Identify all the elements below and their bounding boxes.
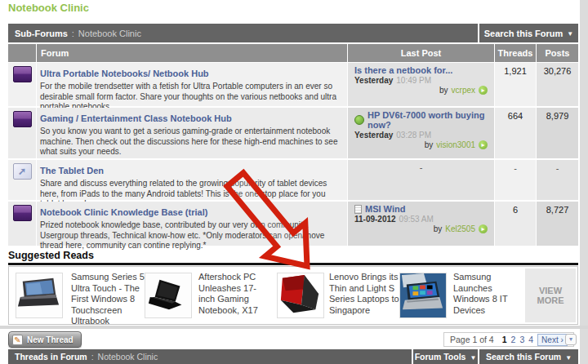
page-link-2[interactable]: 2	[511, 335, 516, 344]
suggested-thumb-lenovo-s-series[interactable]	[277, 273, 324, 318]
last-post-cell: HP DV6t-7000 worth buying now? Yesterday…	[348, 108, 494, 158]
forum-link[interactable]: Ultra Portable Notebooks/ Netbook Hub	[40, 69, 209, 78]
forum-row-icon-cell	[8, 202, 36, 246]
posts-count: 8,727	[537, 202, 578, 246]
suggested-read-link[interactable]: Lenovo Brings its Thin and Light S Serie…	[329, 272, 411, 316]
suggested-thumb-samsung-series5[interactable]	[16, 273, 63, 318]
suggested-read-link[interactable]: Aftershock PC Unleashes 17-inch Gaming N…	[198, 272, 272, 316]
forum-icon	[13, 66, 32, 82]
post-page-icon	[354, 205, 362, 214]
header-forum: Forum	[37, 44, 347, 62]
last-post-link[interactable]: MSI Wind	[365, 204, 405, 214]
suggested-reads-rule	[8, 263, 578, 265]
last-post-time: 09:53 AM	[399, 215, 434, 224]
forum-description: Prized notebook knowledge base, contribu…	[40, 220, 339, 251]
by-label: by	[425, 140, 434, 149]
posts-count: -	[537, 160, 578, 200]
subforums-separator: :	[72, 29, 74, 38]
by-label: by	[434, 224, 443, 233]
threads-in-forum-separator: :	[91, 352, 94, 362]
forum-link[interactable]: Notebook Clinic Knowledge Base (trial)	[40, 207, 207, 217]
dropdown-arrow-icon: ▼	[470, 354, 476, 362]
last-post-link[interactable]: HP DV6t-7000 worth buying now?	[368, 110, 488, 130]
threads-count: -	[495, 160, 536, 200]
by-label: by	[439, 86, 448, 95]
suggested-thumb-aftershock-x17[interactable]	[145, 273, 192, 318]
forum-link[interactable]: Gaming / Entertainment Class Notebook Hu…	[40, 113, 232, 123]
laptop-thumbnail-image	[278, 273, 323, 317]
page-link-3[interactable]: 3	[519, 335, 524, 344]
last-post-user-link[interactable]: vcrpex	[452, 86, 475, 95]
subforums-label: Sub-Forums	[15, 29, 68, 38]
header-posts: Posts	[537, 44, 578, 62]
last-post-cell: -	[348, 160, 494, 200]
forum-icon	[13, 111, 32, 127]
forum-description: So you know you want to get a serious ga…	[40, 127, 339, 158]
suggested-read-link[interactable]: Samsung Series 5 Ultra Touch - The First…	[71, 272, 149, 327]
posts-count: 8,979	[537, 108, 578, 158]
dropdown-arrow-icon: ▼	[567, 30, 573, 38]
threads-in-forum-context: Notebook Clinic	[98, 352, 158, 362]
last-post-cell: MSI Wind 11-09-201209:53 AM by Kel2505 ▸	[348, 202, 494, 246]
threads-in-forum-label: Threads in Forum	[15, 352, 87, 362]
posts-count: 30,276	[537, 63, 578, 106]
header-last-post: Last Post	[348, 44, 494, 62]
threads-in-forum-bar: Threads in Forum : Notebook Clinic	[8, 349, 412, 364]
goto-last-post-icon[interactable]: ▸	[479, 224, 488, 233]
forum-row-icon-cell: ➚	[8, 160, 36, 200]
subforums-bar: Sub-Forums : Notebook Clinic	[8, 24, 478, 42]
thread-avatar-icon	[354, 115, 364, 125]
search-this-forum-button-top[interactable]: Search this Forum ▼	[479, 24, 578, 42]
page-link-4[interactable]: 4	[528, 335, 533, 344]
forum-row-icon-cell	[8, 63, 36, 106]
suggested-reads-panel: Samsung Series 5 Ultra Touch - The First…	[8, 266, 578, 325]
next-page-button[interactable]: Next ›	[537, 334, 568, 346]
forum-row: Gaming / Entertainment Class Notebook Hu…	[37, 108, 347, 158]
forum-link-icon: ➚	[13, 163, 32, 180]
last-post-cell: Is there a netbook for... Yesterday10:49…	[348, 63, 494, 106]
last-post-user-link[interactable]: vision3001	[436, 140, 475, 149]
pencil-icon: ✎	[12, 335, 23, 345]
last-post-time: 03:28 PM	[396, 131, 431, 140]
search-this-forum-button-bottom[interactable]: Search this Forum ▼	[479, 349, 578, 364]
last-post-time: 10:49 PM	[396, 76, 431, 85]
goto-last-post-icon[interactable]: ▸	[479, 140, 488, 149]
last-post-link[interactable]: Is there a netbook for...	[354, 65, 488, 75]
forum-row-icon-cell	[8, 108, 36, 158]
jump-to-page-icon[interactable]: ▾	[565, 334, 577, 345]
suggested-read-link[interactable]: Samsung Launches Windows 8 IT Devices	[453, 272, 528, 316]
subforums-context: Notebook Clinic	[78, 29, 141, 38]
page-info: Page 1 of 4	[450, 335, 494, 344]
suggested-reads-title: Suggested Reads	[8, 250, 94, 261]
header-threads: Threads	[495, 44, 536, 62]
section-divider	[0, 326, 588, 329]
last-post-date: Yesterday	[354, 76, 393, 85]
threads-count: 1,921	[495, 63, 536, 106]
forum-link[interactable]: The Tablet Den	[40, 166, 104, 175]
page-title: Notebook Clinic	[8, 2, 89, 14]
suggested-thumb-samsung-win8[interactable]	[399, 273, 447, 318]
last-post-date: 11-09-2012	[354, 215, 396, 224]
threads-count: 6	[495, 202, 536, 246]
last-post-user-link[interactable]: Kel2505	[445, 224, 475, 233]
header-icon-column	[8, 44, 36, 62]
pagination: Page 1 of 4 1 2 3 4 Next ›	[443, 332, 574, 347]
current-page: 1	[502, 335, 507, 344]
view-more-button[interactable]: VIEW MORE	[525, 269, 576, 322]
forum-icon	[13, 205, 32, 221]
new-thread-button[interactable]: ✎ New Thread	[8, 331, 82, 348]
forum-row: The Tablet Den Share and discuss everyth…	[37, 160, 347, 200]
forum-row: Ultra Portable Notebooks/ Netbook Hub Fo…	[37, 63, 347, 106]
last-post-date: Yesterday	[354, 131, 393, 140]
laptop-thumbnail-image	[145, 273, 191, 317]
threads-count: 664	[495, 108, 536, 158]
goto-last-post-icon[interactable]: ▸	[479, 86, 488, 95]
laptop-thumbnail-image	[16, 273, 62, 317]
laptop-thumbnail-image	[400, 273, 446, 317]
dropdown-arrow-icon: ▼	[565, 354, 572, 362]
forum-row: Notebook Clinic Knowledge Base (trial) P…	[37, 202, 347, 246]
page-edge-gutter	[580, 0, 588, 364]
forum-tools-button[interactable]: Forum Tools ▼	[413, 349, 478, 364]
